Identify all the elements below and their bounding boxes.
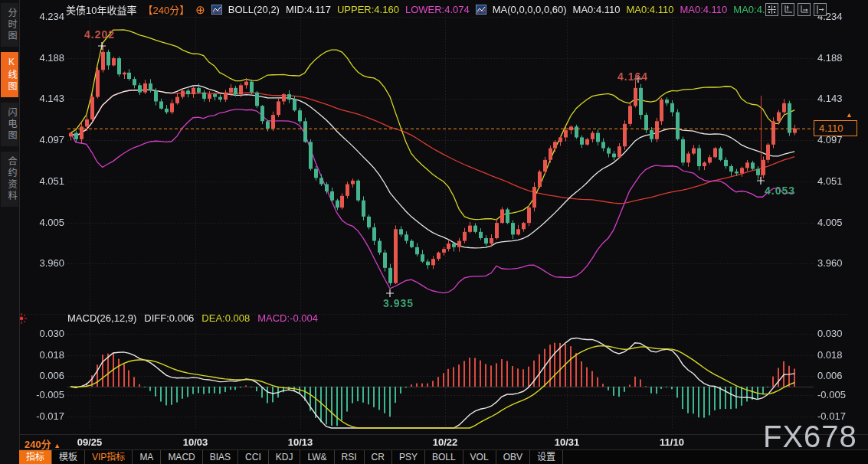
price-up-arrow-icon: ▲ — [846, 111, 853, 119]
ma0-value-2: MA0:4.110 — [626, 4, 673, 15]
price-axis-label-left: 4.143 — [23, 93, 64, 105]
ma-label: MA(0,0,0,0,0,60) — [493, 4, 567, 15]
price-axis-label-right: 4.188 — [817, 52, 843, 64]
macd-header: MACD(26,12,9) DIFF:0.006 DEA:0.008 MACD:… — [67, 312, 318, 324]
bottom-tab-2[interactable]: VIP指标 — [85, 450, 133, 464]
bottom-tab-0[interactable]: 指标 — [19, 450, 52, 464]
boll-label: BOLL(20,2) — [228, 4, 280, 15]
macd-dea-value: DEA:0.008 — [201, 312, 250, 324]
bottom-tab-10[interactable]: CR — [365, 450, 392, 464]
bottom-tab-3[interactable]: MA — [133, 450, 161, 464]
price-annotation: 4.202 — [84, 28, 115, 41]
macd-axis-label-right: 0.030 — [817, 328, 843, 340]
macd-axis-label-right: -0.005 — [817, 389, 846, 401]
macd-axis-label-right: 0.018 — [817, 349, 843, 361]
crosshair-icon[interactable] — [765, 3, 778, 16]
boll-mid-value: MID:4.117 — [286, 4, 331, 15]
watermark: FX678 — [763, 420, 857, 454]
time-axis-date: 10/22 — [426, 436, 464, 448]
sidebar-item-time-chart[interactable]: 分时图 — [1, 3, 18, 47]
bottom-tab-6[interactable]: CCI — [238, 450, 269, 464]
price-axis-label-right: 4.143 — [817, 93, 843, 105]
ma0-value-3: MA0:4.110 — [680, 4, 727, 15]
chart-toolbar — [765, 3, 827, 16]
period-up-arrow-icon: ▲ — [54, 442, 61, 449]
macd-axis-label-left: -0.017 — [23, 410, 64, 423]
time-axis-date: 09/25 — [70, 436, 109, 448]
price-axis-label-right: 4.051 — [817, 175, 843, 188]
bottom-tab-bar: 指标模板VIP指标MAMACDBIASCCIKDJLW&RSICRPSYBOLL… — [19, 449, 868, 464]
bottom-tab-8[interactable]: LW& — [300, 450, 334, 464]
price-axis-label-left: 4.005 — [23, 217, 64, 229]
time-axis-date: 10/31 — [548, 436, 586, 448]
bottom-tab-5[interactable]: BIAS — [203, 450, 238, 464]
time-axis-date: 10/03 — [176, 436, 215, 448]
bottom-tab-9[interactable]: RSI — [335, 450, 365, 464]
sidebar-item-contract-info[interactable]: 合约资料 — [1, 152, 18, 207]
price-axis-label-right: 3.960 — [817, 257, 843, 270]
price-annotation: 3.935 — [383, 297, 414, 309]
price-axis-label-left: 4.097 — [23, 134, 64, 146]
ma0-value-1: MA0:4.110 — [573, 4, 621, 15]
kline-chart-canvas[interactable] — [0, 0, 868, 464]
bottom-tab-1[interactable]: 模板 — [52, 450, 85, 464]
bottom-tab-14[interactable]: OBV — [496, 450, 530, 464]
add-indicator-icon[interactable]: ⊕ — [195, 5, 205, 15]
sidebar-item-kline-chart[interactable]: K线图 — [1, 52, 18, 97]
price-annotation: 4.053 — [765, 185, 795, 197]
macd-axis-label-right: 0.006 — [817, 370, 843, 382]
macd-diff-value: DIFF:0.006 — [144, 312, 194, 324]
bottom-tab-11[interactable]: PSY — [392, 450, 425, 464]
current-price-box: 4.110 — [814, 120, 857, 136]
bottom-tab-13[interactable]: VOL — [463, 450, 496, 464]
x-axis-zoom-icon[interactable] — [798, 3, 811, 16]
boll-lower-value: LOWER:4.074 — [405, 4, 470, 15]
bottom-tab-15[interactable]: 设置 — [530, 450, 563, 464]
bottom-tab-12[interactable]: BOLL — [425, 450, 463, 464]
price-axis-label-right: 4.005 — [817, 217, 843, 229]
price-annotation: 4.164 — [617, 70, 648, 83]
chart-type-sidebar: 分时图K线图闪电图合约资料 — [0, 0, 20, 464]
macd-label: MACD(26,12,9) — [67, 312, 136, 324]
mini-chart-icon[interactable] — [476, 5, 486, 15]
macd-macd-value: MACD:-0.004 — [257, 312, 318, 324]
price-axis-label-left: 3.960 — [23, 257, 64, 270]
macd-axis-label-left: -0.005 — [23, 389, 64, 401]
price-axis-label-left: 4.051 — [23, 175, 64, 188]
sidebar-item-flash-chart[interactable]: 闪电图 — [1, 103, 18, 146]
macd-axis-label-left: 0.030 — [23, 328, 64, 340]
pan-right-icon[interactable] — [814, 3, 827, 16]
period-label[interactable]: 【240分】 — [142, 2, 189, 17]
time-axis-date: 10/13 — [281, 436, 319, 448]
price-axis-label-left: 4.234 — [23, 11, 64, 23]
price-axis-label-left: 4.188 — [23, 52, 64, 64]
y-axis-zoom-icon[interactable] — [781, 3, 794, 16]
chart-header: 美债10年收益率 【240分】 ⊕ BOLL(20,2) MID:4.117 U… — [66, 2, 771, 16]
bottom-tab-7[interactable]: KDJ — [269, 450, 301, 464]
time-axis-row: 240分 ▲ 09/2510/0310/1310/2210/3111/10 — [19, 435, 868, 449]
instrument-title: 美债10年收益率 — [66, 2, 136, 17]
time-axis-date: 11/10 — [653, 436, 691, 448]
macd-axis-label-left: 0.006 — [23, 370, 64, 382]
mini-chart-icon[interactable] — [211, 5, 222, 15]
macd-axis-label-left: 0.018 — [23, 349, 64, 361]
bottom-tab-4[interactable]: MACD — [161, 450, 202, 464]
boll-upper-value: UPPER:4.160 — [337, 4, 399, 15]
kline-app: { "header": { "title": "美债10年收益率", "peri… — [0, 0, 868, 464]
